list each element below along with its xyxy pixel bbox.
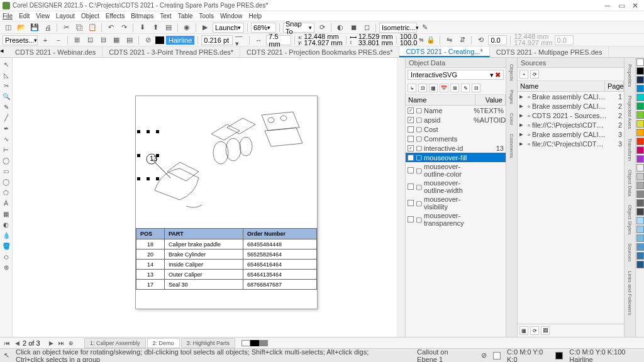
table-tool-icon[interactable]: ▦	[2, 209, 11, 218]
outline-width-field[interactable]: 0.216 pt	[201, 35, 233, 45]
doc-tab-active[interactable]: CDTS 2021 - Creating...*	[399, 47, 489, 57]
tool-b-icon[interactable]: ◼	[348, 23, 359, 33]
docker-tab[interactable]: Object Styles	[626, 201, 634, 238]
canvas[interactable]: 13 POS PART Order Number 18Caliper brake…	[13, 58, 405, 337]
checkbox-icon[interactable]	[408, 184, 414, 190]
hairline-select[interactable]: Hairline	[166, 36, 194, 45]
circle-icon[interactable]: ◉	[181, 23, 192, 33]
menu-table[interactable]: Table	[178, 13, 193, 19]
run-icon[interactable]: ▶	[199, 23, 211, 33]
fill-black-icon[interactable]	[155, 36, 164, 44]
add-preset-icon[interactable]: +	[40, 35, 51, 45]
source-row[interactable]: ▸▫Brake assembly CALIPER LIST.xls3	[518, 129, 624, 139]
export-icon[interactable]: ⬆	[150, 23, 161, 33]
property-row[interactable]: ✓▢mouseover-fill	[406, 153, 506, 162]
property-row[interactable]: ▢Cost	[406, 124, 506, 134]
od-btn-6[interactable]: ✎	[461, 84, 470, 92]
swatch[interactable]	[636, 234, 644, 242]
zoom-combo[interactable]: 68% ▾	[251, 23, 276, 33]
text-tool-icon[interactable]: A	[2, 199, 11, 207]
close-button[interactable]: ✕	[629, 1, 641, 10]
snap-1-icon[interactable]: ⊞	[71, 35, 82, 45]
curve-tool-icon[interactable]: ∿	[2, 134, 11, 143]
snap-combo[interactable]: Snap To ▾	[283, 23, 314, 33]
next-page-icon[interactable]: ▶	[47, 339, 55, 348]
property-row[interactable]: ✓▢apsid%AUTOID%	[406, 115, 506, 124]
property-row[interactable]: ▢mouseover-outline-width	[406, 178, 506, 195]
src-add-icon[interactable]: +	[519, 70, 528, 79]
source-row[interactable]: ▸▫file://C:\Projects\CDTS 2021 - Crea...…	[518, 120, 624, 129]
checkbox-icon[interactable]	[408, 167, 414, 173]
pen-tool-icon[interactable]: ✒	[2, 124, 11, 133]
snap-5-icon[interactable]: ▤	[124, 35, 135, 45]
selection-handles[interactable]	[137, 130, 159, 180]
menu-layout[interactable]: Layout	[56, 13, 75, 19]
zoom-tool-icon[interactable]: 🔍	[2, 92, 11, 101]
snap-4-icon[interactable]: ▦	[111, 35, 122, 45]
swatch[interactable]	[636, 226, 644, 233]
line-tool-icon[interactable]: ╱	[2, 113, 11, 122]
docker-tab[interactable]: Object Data	[626, 166, 634, 200]
menu-text[interactable]: Text	[160, 13, 171, 19]
swatch[interactable]	[636, 94, 644, 101]
add-page-icon[interactable]: ⊕	[67, 339, 75, 348]
first-page-icon[interactable]: ⏮	[3, 339, 11, 348]
checkbox-icon[interactable]: ✓	[408, 145, 414, 151]
od-btn-1[interactable]: ↳	[408, 84, 416, 92]
menu-tools[interactable]: Tools	[199, 13, 214, 19]
page-tab[interactable]: 1: Caliper Assembly	[84, 338, 146, 348]
prev-page-icon[interactable]: ◀	[13, 339, 21, 348]
od-btn-2[interactable]: ⊡	[418, 84, 427, 92]
lock-ratio-icon[interactable]: 🔒	[425, 35, 436, 45]
docker-tab[interactable]: Pages	[508, 86, 516, 108]
doc-tab[interactable]: CDTS 2021 - 3-Point Thread PRES.des*	[103, 47, 240, 57]
od-btn-7[interactable]: ⊟	[472, 84, 480, 92]
maximize-button[interactable]: ▭	[615, 1, 628, 10]
tab-nav-icon[interactable]: ◂	[0, 47, 9, 57]
swatch[interactable]	[636, 76, 644, 84]
minimize-button[interactable]: ─	[601, 1, 614, 10]
tool-c-icon[interactable]: ◻	[361, 23, 372, 33]
doc-tab[interactable]: CDTS 2021 - Multipage PRES.des	[490, 47, 609, 57]
redo-icon[interactable]: ↷	[118, 23, 130, 33]
menu-file[interactable]: File	[3, 13, 13, 19]
docker-tab[interactable]: Comments	[508, 130, 516, 162]
od-btn-4[interactable]: 📅	[440, 84, 448, 92]
paste-icon[interactable]: 📋	[87, 23, 98, 33]
callout-tool-icon[interactable]: ◯	[2, 156, 11, 165]
svg-library-combo[interactable]: InteractiveSVG ▾✖	[408, 70, 504, 80]
swatch[interactable]	[636, 85, 644, 92]
source-row[interactable]: ▸▫CDTS 2021 - Sources Docker PRES....2	[518, 111, 624, 120]
swatch[interactable]	[636, 261, 644, 268]
menu-edit[interactable]: Edit	[19, 13, 30, 19]
eyedrop-tool-icon[interactable]: 💧	[2, 231, 11, 239]
rect-tool-icon[interactable]: ▭	[2, 167, 11, 175]
od-btn-3[interactable]: ▦	[429, 84, 438, 92]
docker-tab[interactable]: Transform	[626, 134, 634, 165]
page-tab-active[interactable]: 2: Demo	[147, 338, 180, 348]
swatch[interactable]	[636, 190, 644, 198]
property-row[interactable]: ▢Comments	[406, 134, 506, 143]
last-page-icon[interactable]: ⏭	[57, 339, 65, 348]
swatch[interactable]	[636, 102, 644, 110]
property-row[interactable]: ✓▢Name%TEXT%	[406, 106, 506, 115]
menu-effects[interactable]: Effects	[106, 13, 125, 19]
doc-tab[interactable]: CDTS 2021 - Projection Bookmarks PRES.de…	[240, 47, 399, 57]
src-foot-3[interactable]: 🖼	[541, 326, 550, 335]
more-tool-icon[interactable]: ⊕	[2, 263, 11, 272]
import-icon[interactable]: ⬇	[136, 23, 148, 33]
crop-tool-icon[interactable]: ✂	[2, 81, 11, 90]
outline-tool-icon[interactable]: ◇	[2, 252, 11, 261]
new-icon[interactable]: ◫	[3, 23, 14, 33]
outline-swatch[interactable]	[555, 352, 563, 359]
menu-view[interactable]: View	[36, 13, 50, 19]
src-foot-2[interactable]: ⟳	[530, 326, 539, 335]
checkbox-icon[interactable]	[408, 216, 414, 222]
src-foot-1[interactable]: ▦	[519, 326, 528, 335]
swatch[interactable]	[636, 155, 644, 163]
effects-tool-icon[interactable]: ◐	[2, 220, 11, 229]
checkbox-icon[interactable]: ✓	[408, 117, 414, 123]
open-icon[interactable]: 📂	[16, 23, 27, 33]
source-row[interactable]: ▸▫file://C:\Projects\CDTS 2021 - Crea...…	[518, 139, 624, 148]
property-row[interactable]: ▢mouseover-visibility	[406, 195, 506, 211]
